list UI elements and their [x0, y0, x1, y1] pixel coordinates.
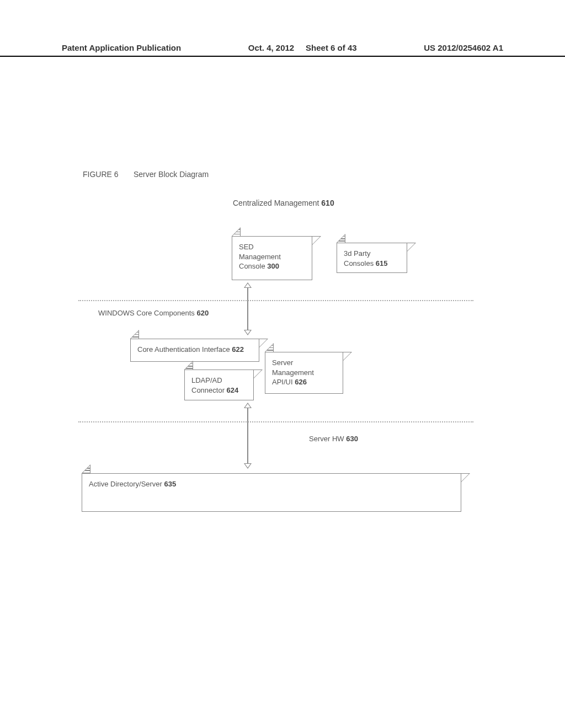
box-server-mgmt-ref: 626 [295, 378, 307, 386]
layer-windows-text: WINDOWS Core Components [98, 309, 195, 317]
box-3p-ref: 615 [376, 259, 388, 267]
page-header: Patent Application Publication Oct. 4, 2… [0, 43, 565, 57]
figure-title: Server Block Diagram [134, 170, 209, 179]
box-server-mgmt-line3: API/UI [272, 378, 293, 386]
box-ad-ref: 635 [164, 480, 177, 488]
box-server-mgmt-line1: Server [272, 358, 293, 367]
divider-top [78, 300, 473, 301]
figure-number: FIGURE 6 [83, 170, 119, 179]
header-date: Oct. 4, 2012 [248, 43, 294, 52]
box-core-auth-text: Core Authentication Interface [137, 345, 230, 354]
box-3p-line2: Consoles [344, 259, 374, 267]
arrow-core-to-ad [244, 403, 252, 469]
layer-server-hw-ref: 630 [346, 435, 358, 443]
box-sed-line1: SED [239, 243, 254, 251]
header-sheet: Sheet 6 of 43 [306, 43, 357, 52]
box-core-auth-ref: 622 [232, 345, 244, 354]
header-pubnumber: US 2012/0254602 A1 [424, 43, 503, 52]
section-title-text: Centralized Management [233, 199, 319, 207]
box-sed-line3: Console [239, 262, 265, 270]
layer-server-hw-text: Server HW [309, 435, 344, 443]
box-ldap-line1: LDAP/AD [191, 376, 222, 384]
box-ldap-line2: Connector [191, 386, 225, 394]
box-ldap-ref: 624 [227, 386, 239, 394]
section-title: Centralized Management 610 [233, 199, 334, 207]
section-title-ref: 610 [321, 199, 334, 207]
layer-windows-ref: 620 [196, 309, 209, 317]
divider-bottom [78, 421, 473, 422]
box-sed-ref: 300 [267, 262, 279, 270]
box-server-mgmt-line2: Management [272, 368, 314, 377]
header-publication: Patent Application Publication [62, 43, 181, 52]
box-3p-line1: 3d Party [344, 249, 370, 258]
layer-server-hw: Server HW 630 [309, 435, 358, 443]
arrow-sed-to-core [244, 282, 252, 335]
header-date-sheet: Oct. 4, 2012 Sheet 6 of 43 [248, 43, 357, 52]
box-ad-text: Active Directory/Server [89, 480, 162, 488]
box-sed-line2: Management [239, 253, 281, 261]
layer-windows-core: WINDOWS Core Components 620 [98, 309, 209, 317]
